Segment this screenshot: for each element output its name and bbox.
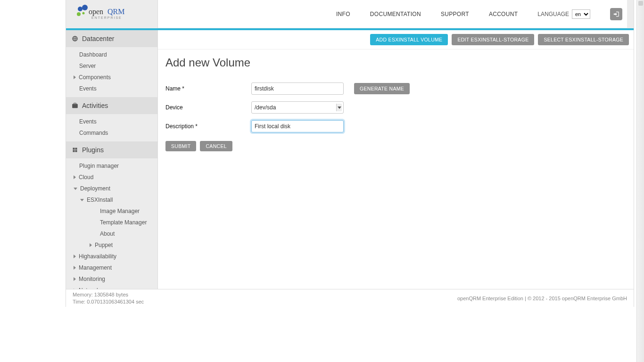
svg-rect-7 [73,148,75,150]
footer: Memory: 1305848 bytes Time: 0.0701310634… [66,289,634,307]
datacenter-list: Dashboard Server Components Events [66,47,157,97]
row-name: Name * GENERATE NAME [165,82,626,95]
brand-logo-icon: open QRM ENTERPRISE [74,5,136,24]
body: Datacenter Dashboard Server Components E… [66,30,634,289]
svg-point-3 [83,12,85,15]
footer-copyright: openQRM Enterprise Edition | © 2012 - 20… [457,296,627,301]
footer-memory: Memory: 1305848 bytes [73,291,144,298]
sidebar-item-image-manager[interactable]: Image Manager [66,206,157,216]
sidebar-section-datacenter[interactable]: Datacenter [66,30,157,47]
sidebar-item-about[interactable]: About [66,229,157,239]
sidebar-item-cloud[interactable]: Cloud [66,173,157,182]
svg-point-0 [78,7,83,11]
svg-text:open: open [89,8,103,16]
app-container: open QRM ENTERPRISE INFO DOCUMENTATION S… [66,0,634,307]
svg-rect-9 [73,150,75,152]
device-select-wrap: /dev/sda [251,101,344,114]
chevron-right-icon [74,277,76,281]
logout-icon [613,11,619,17]
sidebar-item-commands[interactable]: Commands [66,128,157,138]
sidebar-item-management[interactable]: Management [66,263,157,272]
sidebar-item-plugin-manager[interactable]: Plugin manager [66,161,157,171]
language-label: LANGUAGE [537,11,569,17]
chevron-right-icon [74,75,76,79]
globe-icon [72,35,78,42]
sidebar-section-activities[interactable]: Activities [66,97,157,114]
svg-point-1 [82,5,88,10]
chevron-right-icon [90,243,92,247]
footer-stats: Memory: 1305848 bytes Time: 0.0701310634… [73,291,144,305]
sidebar-item-monitoring[interactable]: Monitoring [66,274,157,284]
name-input[interactable] [251,82,344,95]
row-description: Description * [165,120,626,132]
nav-info[interactable]: INFO [336,11,350,17]
nav-support[interactable]: SUPPORT [441,11,469,17]
scrollbar[interactable] [636,0,644,362]
header: open QRM ENTERPRISE INFO DOCUMENTATION S… [66,0,634,28]
sidebar-item-events[interactable]: Events [66,84,157,93]
top-nav: INFO DOCUMENTATION SUPPORT ACCOUNT LANGU… [158,0,627,28]
sidebar-item-server[interactable]: Server [66,61,157,71]
add-esxinstall-volume-button[interactable]: ADD ESXINSTALL VOLUME [370,34,448,45]
generate-name-button[interactable]: GENERATE NAME [354,83,410,94]
chevron-right-icon [74,266,76,270]
logo[interactable]: open QRM ENTERPRISE [66,0,158,28]
device-select[interactable]: /dev/sda [251,101,344,114]
logout-button[interactable] [610,8,622,20]
nav-account[interactable]: ACCOUNT [489,11,518,17]
submit-button[interactable]: SUBMIT [165,141,196,151]
sidebar-item-esxinstall[interactable]: ESXInstall [73,195,157,205]
row-submit: SUBMIT CANCEL [165,141,626,151]
description-label: Description * [165,123,244,130]
form: Name * GENERATE NAME Device /dev/sda Des… [158,74,634,153]
svg-point-2 [77,12,81,16]
main: ADD ESXINSTALL VOLUME EDIT ESXINSTALL-ST… [158,30,634,289]
chevron-right-icon [74,175,76,179]
chevron-down-icon [74,188,77,190]
svg-rect-8 [75,148,77,150]
cancel-button[interactable]: CANCEL [200,141,232,151]
plugins-list: Plugin manager Cloud Deployment ESXInsta… [66,158,157,289]
sidebar-section-plugins[interactable]: Plugins [66,141,157,158]
svg-text:ENTERPRISE: ENTERPRISE [91,16,122,19]
sidebar-item-network[interactable]: Network [66,286,157,289]
sidebar-item-components[interactable]: Components [66,73,157,82]
footer-time: Time: 0.070131063461304 sec [73,298,144,305]
page-title: Add new Volume [158,49,634,74]
sidebar-item-dashboard[interactable]: Dashboard [66,50,157,59]
action-bar: ADD ESXINSTALL VOLUME EDIT ESXINSTALL-ST… [158,30,634,49]
plugins-icon [72,147,78,153]
svg-text:QRM: QRM [107,8,124,16]
chevron-down-icon [80,199,84,201]
language-select[interactable]: en [572,9,590,19]
edit-esxinstall-storage-button[interactable]: EDIT ESXINSTALL-STORAGE [452,34,534,45]
select-esxinstall-storage-button[interactable]: SELECT ESXINSTALL-STORAGE [538,34,629,45]
sidebar-item-highavailability[interactable]: Highavailability [66,252,157,261]
activity-icon [72,102,78,109]
sidebar-item-deployment[interactable]: Deployment [66,184,157,193]
sidebar-item-puppet[interactable]: Puppet [82,240,157,250]
sidebar: Datacenter Dashboard Server Components E… [66,30,158,289]
nav-documentation[interactable]: DOCUMENTATION [370,11,421,17]
svg-rect-10 [75,150,77,152]
sidebar-item-act-events[interactable]: Events [66,117,157,126]
device-label: Device [165,104,244,111]
chevron-right-icon [74,255,76,258]
language-selector: LANGUAGE en [537,9,590,19]
row-device: Device /dev/sda [165,101,626,114]
sidebar-item-template-manager[interactable]: Template Manager [66,218,157,227]
activities-list: Events Commands [66,114,157,141]
description-input[interactable] [251,120,344,132]
name-label: Name * [165,85,244,92]
